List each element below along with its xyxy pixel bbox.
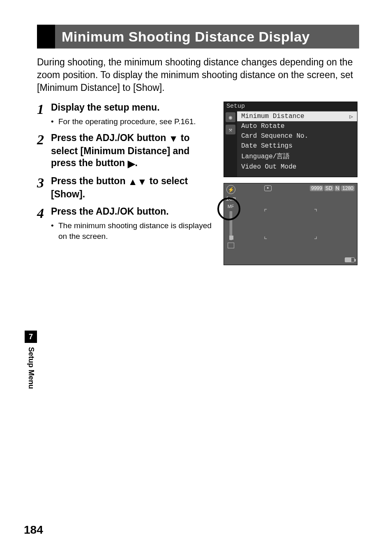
menu-item: Video Out Mode (237, 162, 357, 172)
submenu-arrow-icon: ▷ (350, 113, 353, 120)
af-frame-icon: • (264, 185, 272, 191)
intro-paragraph: During shooting, the minimum shooting di… (37, 56, 359, 94)
step-3-part-0: Press the button (51, 176, 128, 186)
camera-icon: ◉ (226, 112, 235, 122)
page-number: 184 (24, 523, 43, 537)
live-view-left-icons: ⚡ 1cm MF (226, 185, 236, 248)
battery-icon (345, 257, 355, 262)
counter-badge: 9999 (310, 185, 323, 191)
af-target-brackets: ⌜ ⌝ ⌞ ⌟ (264, 208, 317, 241)
bullet-dot: • (51, 220, 58, 241)
menu-item: Card Sequence No. (237, 131, 357, 141)
chapter-number: 7 (25, 331, 37, 343)
flash-mode-icon: ⚡ (226, 185, 235, 194)
bracket-corner-icon: ⌞ (264, 231, 267, 241)
menu-item: Auto Rotate (237, 121, 357, 131)
up-down-arrow-icon: ▲▼ (128, 176, 147, 188)
step-2-part-4: . (135, 157, 138, 168)
step-4-bullet: • The minimum shooting distance is displ… (51, 220, 216, 241)
step-4-bullet-text: The minimum shooting distance is display… (58, 220, 216, 241)
bracket-corner-icon: ⌟ (314, 231, 317, 241)
setup-menu-sidebar: ◉ ⚒ (224, 111, 237, 177)
step-2-text: Press the ADJ./OK button ▼ to select [Mi… (51, 132, 216, 171)
step-1: 1 Display the setup menu. • For the oper… (37, 102, 216, 127)
title-tab (37, 25, 55, 49)
minimum-distance-readout: 1cm (226, 196, 236, 202)
menu-item-label: Date Settings (241, 142, 293, 150)
mode-badge: N (334, 185, 341, 191)
step-1-bullet-text: For the operating procedure, see P.161. (58, 116, 216, 127)
focus-mode-icon: MF (228, 204, 234, 209)
right-arrow-icon: ▶ (128, 158, 135, 170)
step-2: 2 Press the ADJ./OK button ▼ to select [… (37, 132, 216, 171)
step-number: 1 (37, 102, 51, 127)
step-4-text: Press the ADJ./OK button. (51, 206, 216, 218)
tools-icon: ⚒ (226, 125, 235, 134)
setup-menu-list: Minimum Distance ▷ Auto Rotate Card Sequ… (237, 111, 357, 177)
bullet-dot: • (51, 116, 58, 127)
bracket-corner-icon: ⌜ (264, 208, 267, 217)
step-number: 4 (37, 206, 51, 241)
menu-item-label: Auto Rotate (241, 123, 285, 130)
setup-menu-tab: Setup (224, 102, 357, 111)
setup-menu-screenshot: Setup ◉ ⚒ Minimum Distance ▷ Auto Rotate… (224, 102, 357, 177)
chapter-label: Setup Menu (27, 347, 35, 389)
step-number: 3 (37, 175, 51, 201)
bracket-corner-icon: ⌝ (314, 208, 317, 217)
step-1-bullet: • For the operating procedure, see P.161… (51, 116, 216, 127)
step-4: 4 Press the ADJ./OK button. • The minimu… (37, 206, 216, 241)
section-title-bar: Minimum Shooting Distance Display (37, 25, 359, 49)
step-1-text: Display the setup menu. (51, 102, 216, 114)
size-badge: 1280 (341, 185, 355, 191)
menu-item: Language/言語 (237, 151, 357, 162)
down-arrow-icon: ▼ (169, 133, 178, 145)
menu-item-label: Language/言語 (241, 152, 290, 161)
shooting-mode-icon (228, 243, 234, 248)
menu-item: Date Settings (237, 141, 357, 151)
sd-badge: SD (324, 185, 334, 191)
section-title: Minimum Shooting Distance Display (55, 29, 310, 45)
step-2-part-0: Press the ADJ./OK button (51, 132, 169, 143)
zoom-scale-icon (230, 211, 232, 240)
menu-item-label: Card Sequence No. (241, 132, 308, 140)
chapter-tab: 7 Setup Menu (25, 331, 37, 413)
live-view-badges: 9999SDN1280 (309, 185, 355, 192)
menu-item-label: Minimum Distance (241, 113, 304, 120)
live-view-screenshot: • 9999SDN1280 ⚡ 1cm MF ⌜ ⌝ ⌞ ⌟ (224, 183, 357, 265)
menu-item-minimum-distance: Minimum Distance ▷ (237, 111, 357, 121)
step-3-text: Press the button ▲▼ to select [Show]. (51, 175, 216, 201)
menu-item-label: Video Out Mode (241, 163, 296, 171)
step-3: 3 Press the button ▲▼ to select [Show]. (37, 175, 216, 201)
step-number: 2 (37, 132, 51, 171)
